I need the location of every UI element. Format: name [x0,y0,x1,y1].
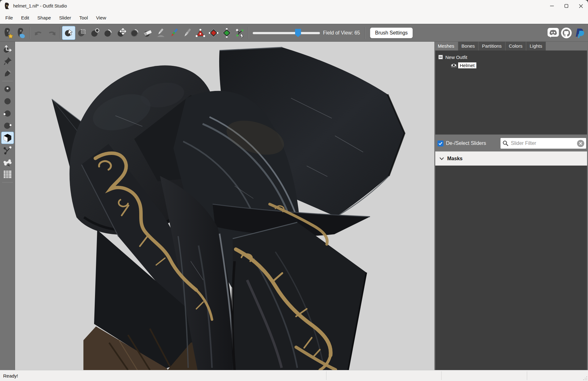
tab-partitions[interactable]: Partitions [479,42,506,50]
tree-row-new-outfit[interactable]: New Outfit [438,53,587,61]
new-project-button[interactable] [2,26,15,40]
color-brush-button[interactable] [167,26,181,40]
masks-section-header[interactable]: Masks [435,151,587,166]
brush-plain-button[interactable] [1,95,14,107]
status-divider [326,371,326,380]
mask-brush-button[interactable] [75,26,88,40]
app-icon [4,3,11,9]
field-of-view-slider[interactable] [253,29,320,37]
slider-filter-input[interactable] [510,140,577,146]
inflate-brush-button[interactable] [88,26,102,40]
clear-filter-button[interactable] [577,140,584,147]
bone-icon [3,158,13,167]
tab-colors[interactable]: Colors [506,42,526,50]
minimize-button[interactable] [545,0,559,12]
sliders-pane [435,166,587,370]
toolbar-separator [365,27,365,39]
flip-edge-button[interactable] [207,26,220,40]
circle-dot-right-icon [3,121,12,130]
toolbar-separator [60,27,61,39]
maximize-icon [564,4,568,8]
menu-edit[interactable]: Edit [17,12,33,24]
github-icon [561,27,572,39]
split-edge-button[interactable] [220,26,233,40]
brush-settings-button[interactable]: Brush Settings [370,28,413,38]
wireframe-view-button[interactable] [1,144,14,156]
undo-brush-eraser-button[interactable] [141,26,154,40]
smooth-brush-button[interactable] [128,26,141,40]
search-icon [502,140,509,146]
fov-slider-handle[interactable] [295,29,301,37]
new-project-icon [3,27,14,39]
deselect-sliders-checkbox[interactable] [437,140,443,146]
move-brush-button[interactable] [115,26,128,40]
menu-file[interactable]: File [1,12,17,24]
menu-shape[interactable]: Shape [33,12,55,24]
pin-tool-button[interactable] [1,55,14,67]
bones-view-button[interactable] [1,156,14,168]
maximize-button[interactable] [559,0,574,12]
brush-dot-right-button[interactable] [1,119,14,132]
side-toolbar-separator [2,81,13,81]
deflate-brush-button[interactable] [102,26,115,40]
brush-dot-left-button[interactable] [1,107,14,119]
deflate-brush-icon [103,28,113,38]
window-controls [545,0,588,12]
move-vertex-button[interactable] [233,26,246,40]
viewport-3d[interactable] [15,42,434,370]
pin-tool-icon [3,56,12,66]
collapse-expander-icon[interactable] [438,55,443,59]
collapse-vertex-icon [195,28,205,38]
status-divider [441,371,442,380]
weight-brush-icon [156,28,166,38]
tab-bones[interactable]: Bones [458,42,479,50]
tree-root-label[interactable]: New Outfit [445,55,467,60]
chevron-down-icon [439,157,444,160]
menu-tool[interactable]: Tool [75,12,92,24]
toolbar-separator [248,27,249,39]
transform-tool-button[interactable] [1,43,14,55]
circle-center-dot-icon [3,84,12,94]
brush-center-dot-button[interactable] [1,83,14,95]
window-title: helmet_1.nif* - Outfit Studio [13,3,545,8]
eye-visibility-icon[interactable] [450,63,457,68]
menu-slider[interactable]: Slider [55,12,75,24]
github-button[interactable] [560,26,573,40]
smooth-brush-icon [130,28,139,38]
redo-button[interactable] [45,26,58,40]
textured-view-button[interactable] [1,132,14,144]
load-project-button[interactable] [15,26,28,40]
weight-brush-button[interactable] [154,26,167,40]
vertex-edit-tool-button[interactable] [1,67,14,79]
flip-edge-icon [209,28,218,38]
pencil-icon [3,69,12,78]
select-tool-button[interactable] [62,26,75,40]
discord-icon [547,28,559,38]
paypal-button[interactable] [573,26,586,40]
load-project-icon [16,27,27,39]
transform-tool-icon [3,44,12,54]
alpha-brush-button[interactable] [181,26,194,40]
tree-row-helmet[interactable]: Helmet [450,61,587,69]
undo-icon [34,29,43,37]
status-divider [527,371,527,380]
resize-grip[interactable] [583,376,587,380]
collapse-vertex-button[interactable] [194,26,207,40]
menu-bar: File Edit Shape Slider Tool View [0,12,588,24]
undo-button[interactable] [32,26,45,40]
menu-view[interactable]: View [92,12,110,24]
circle-dot-left-icon [3,109,12,118]
select-tool-icon [64,28,73,38]
toolbar-separator [30,27,30,39]
color-brush-icon [169,28,179,38]
close-button[interactable] [574,0,588,12]
outfit-studio-window: helmet_1.nif* - Outfit Studio File Edit … [0,0,588,381]
discord-button[interactable] [547,26,560,40]
grid-view-button[interactable] [1,168,14,181]
mesh-item-helmet[interactable]: Helmet [458,62,476,68]
redo-icon [47,29,56,37]
tab-lights[interactable]: Lights [526,42,546,50]
meshes-tree: New Outfit Helmet [435,50,587,135]
tab-meshes[interactable]: Meshes [434,42,458,50]
slider-filter-searchbox [501,138,586,149]
